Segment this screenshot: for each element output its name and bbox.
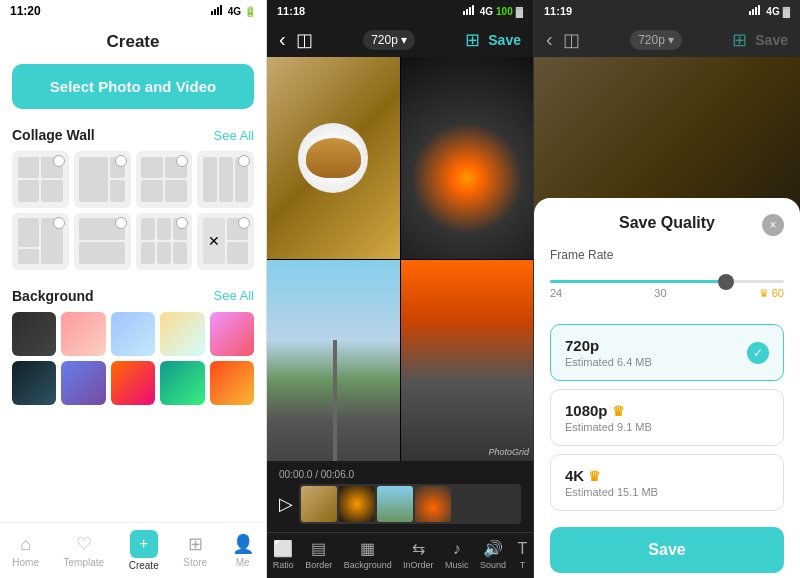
slider-fill xyxy=(550,280,726,283)
tool-ratio[interactable]: ⬜ Ratio xyxy=(273,539,294,570)
bg-item-2[interactable] xyxy=(61,312,105,356)
tool-sound[interactable]: 🔊 Sound xyxy=(480,539,506,570)
crown-icon-1080p: ♛ xyxy=(612,403,625,419)
tool-background-label: Background xyxy=(344,560,392,570)
status-icons-2: 4G 100 ▓ xyxy=(463,5,523,17)
nav-store-label: Store xyxy=(183,557,207,568)
bg-item-1[interactable] xyxy=(12,312,56,356)
resolution-badge[interactable]: 720p ▾ xyxy=(363,30,415,50)
time-1: 11:20 xyxy=(10,4,41,18)
save-top-button-3[interactable]: Save xyxy=(755,32,788,48)
grid-icon-3[interactable]: ⊞ xyxy=(732,29,747,51)
collage-cell xyxy=(18,157,40,179)
collage-item-4[interactable] xyxy=(197,151,254,208)
quality-option-4k[interactable]: 4K ♛ Estimated 15.1 MB xyxy=(550,454,784,511)
svg-rect-1 xyxy=(214,9,216,15)
time-2: 11:18 xyxy=(277,5,305,17)
modal-save-button[interactable]: Save xyxy=(550,527,784,573)
collage-item-3[interactable] xyxy=(136,151,193,208)
radio-dot xyxy=(176,217,188,229)
me-icon: 👤 xyxy=(232,533,254,555)
tool-inorder[interactable]: ⇆ InOrder xyxy=(403,539,434,570)
panel-save-quality: 11:19 4G ▓ ‹ ◫ 720p ▾ ⊞ Save Save Qualit… xyxy=(534,0,800,578)
time-3: 11:19 xyxy=(544,5,572,17)
ratio-icon: ⬜ xyxy=(273,539,293,558)
video-cell-crowd: PhotoGrid xyxy=(401,260,534,462)
bg-item-6[interactable] xyxy=(12,361,56,405)
collage-item-2[interactable] xyxy=(74,151,131,208)
back-button[interactable]: ‹ xyxy=(279,28,286,51)
svg-rect-3 xyxy=(220,5,222,15)
bg-item-9[interactable] xyxy=(160,361,204,405)
timeline-bar[interactable] xyxy=(299,484,521,524)
collage-cell xyxy=(41,180,63,202)
timeline-controls: ▷ xyxy=(279,484,521,524)
signal-icon-3 xyxy=(749,5,763,17)
select-photo-video-button[interactable]: Select Photo and Video xyxy=(12,64,254,109)
nav-create[interactable]: + Create xyxy=(129,530,159,571)
panel-editor: 11:18 4G 100 ▓ ‹ ◫ 720p ▾ ⊞ Save xyxy=(267,0,534,578)
timeline-thumb-2 xyxy=(339,486,375,522)
quality-option-1080p[interactable]: 1080p ♛ Estimated 9.1 MB xyxy=(550,389,784,446)
frame-rate-label: Frame Rate xyxy=(550,248,784,262)
save-top-button[interactable]: Save xyxy=(488,32,521,48)
nav-me[interactable]: 👤 Me xyxy=(232,533,254,568)
radio-dot xyxy=(238,155,250,167)
collage-item-1[interactable] xyxy=(12,151,69,208)
collage-item-7[interactable] xyxy=(136,213,193,270)
background-grid xyxy=(12,312,254,406)
panel-create: 11:20 4G 🔋 Create Select Photo and Video… xyxy=(0,0,267,578)
status-bar-3: 11:19 4G ▓ xyxy=(534,0,800,22)
modal-close-button[interactable]: × xyxy=(762,214,784,236)
radio-dot xyxy=(53,217,65,229)
collage-item-5[interactable] xyxy=(12,213,69,270)
editor-toolbar: ⬜ Ratio ▤ Border ▦ Background ⇆ InOrder … xyxy=(267,532,533,578)
grid-icon[interactable]: ⊞ xyxy=(465,29,480,51)
background-see-all[interactable]: See All xyxy=(214,288,254,303)
quality-info-720p: 720p Estimated 6.4 MB xyxy=(565,337,652,368)
collage-item-6[interactable] xyxy=(74,213,131,270)
bg-item-3[interactable] xyxy=(111,312,155,356)
bg-item-8[interactable] xyxy=(111,361,155,405)
tool-text[interactable]: T T xyxy=(517,540,527,570)
tool-border[interactable]: ▤ Border xyxy=(305,539,332,570)
crown-icon-4k: ♛ xyxy=(588,468,601,484)
inorder-icon: ⇆ xyxy=(412,539,425,558)
topbar-left: ‹ ◫ xyxy=(279,28,313,51)
bg-item-4[interactable] xyxy=(160,312,204,356)
slider-track xyxy=(550,280,784,283)
back-button-3[interactable]: ‹ xyxy=(546,28,553,51)
collage-item-8[interactable]: ✕ xyxy=(197,213,254,270)
network-label-3: 4G xyxy=(766,6,779,17)
play-button[interactable]: ▷ xyxy=(279,493,293,515)
bg-item-7[interactable] xyxy=(61,361,105,405)
bg-item-10[interactable] xyxy=(210,361,254,405)
collage-see-all[interactable]: See All xyxy=(214,128,254,143)
quality-info-4k: 4K ♛ Estimated 15.1 MB xyxy=(565,467,658,498)
layers-icon[interactable]: ◫ xyxy=(296,29,313,51)
collage-title: Collage Wall xyxy=(12,127,95,143)
tool-background[interactable]: ▦ Background xyxy=(344,539,392,570)
street-image xyxy=(267,260,400,462)
collage-cell xyxy=(18,180,40,202)
resolution-badge-3[interactable]: 720p ▾ xyxy=(630,30,682,50)
slider-thumb[interactable] xyxy=(718,274,734,290)
quality-option-720p[interactable]: 720p Estimated 6.4 MB ✓ xyxy=(550,324,784,381)
status-bar-2: 11:18 4G 100 ▓ xyxy=(267,0,533,22)
nav-home[interactable]: ⌂ Home xyxy=(12,534,39,568)
timeline-thumb-1 xyxy=(301,486,337,522)
chevron-down-icon-3: ▾ xyxy=(668,33,674,47)
layers-icon-3[interactable]: ◫ xyxy=(563,29,580,51)
nav-store[interactable]: ⊞ Store xyxy=(183,533,207,568)
timeline-thumb-4 xyxy=(415,486,451,522)
slider-mid-label: 30 xyxy=(654,287,666,300)
tool-music-label: Music xyxy=(445,560,469,570)
tool-ratio-label: Ratio xyxy=(273,560,294,570)
tool-music[interactable]: ♪ Music xyxy=(445,540,469,570)
bg-item-5[interactable] xyxy=(210,312,254,356)
frame-rate-slider[interactable]: 24 30 ♛ 60 xyxy=(550,272,784,308)
slider-labels: 24 30 ♛ 60 xyxy=(550,287,784,300)
quality-options: 720p Estimated 6.4 MB ✓ 1080p ♛ Estimate… xyxy=(550,324,784,511)
background-header: Background See All xyxy=(12,288,254,304)
nav-template[interactable]: ♡ Template xyxy=(64,533,105,568)
